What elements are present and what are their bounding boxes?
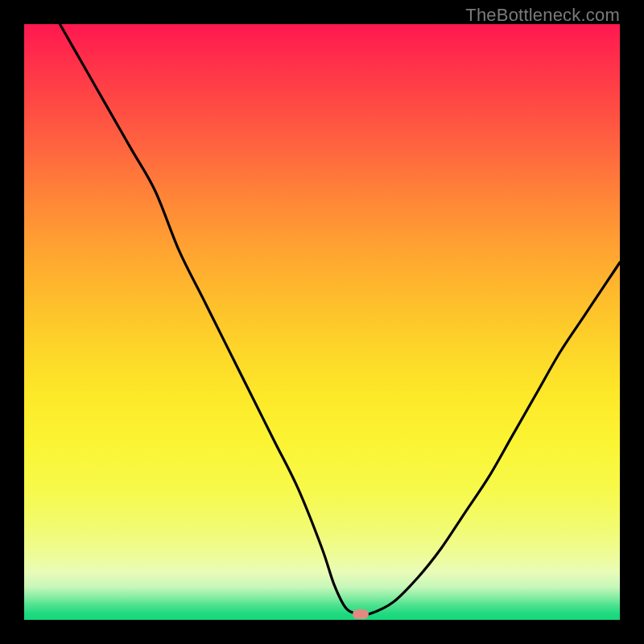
bottleneck-curve bbox=[24, 24, 620, 620]
plot-area bbox=[24, 24, 620, 620]
watermark-text: TheBottleneck.com bbox=[465, 5, 620, 26]
chart-stage: TheBottleneck.com bbox=[0, 0, 644, 644]
minimum-marker bbox=[353, 609, 369, 619]
